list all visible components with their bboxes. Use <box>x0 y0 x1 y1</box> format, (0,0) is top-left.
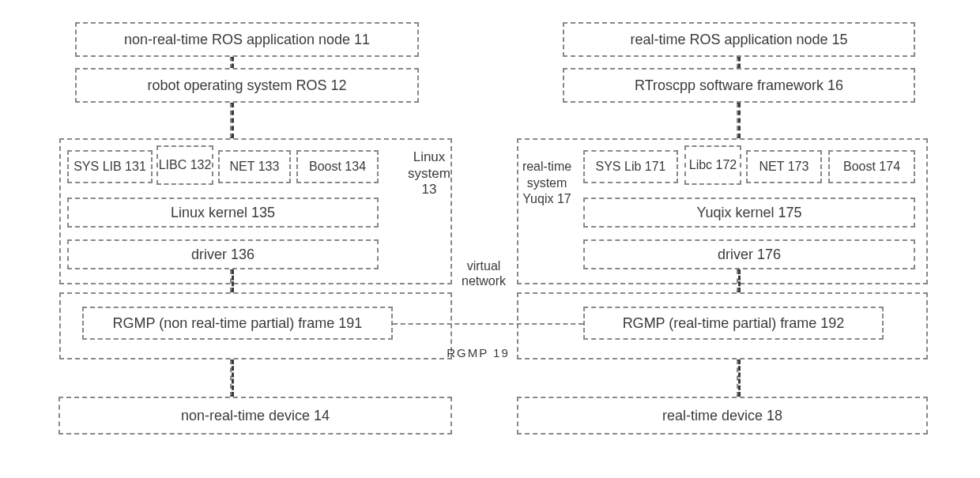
left-rgmp-frame: RGMP (non real-time partial) frame 191 <box>82 307 393 340</box>
right-syslib: SYS Lib 171 <box>583 150 678 183</box>
right-device: real-time device 18 <box>517 397 928 435</box>
right-net: NET 173 <box>746 150 822 183</box>
connector <box>230 103 234 138</box>
left-libc: LIBC 132 <box>156 145 213 185</box>
connector <box>737 269 741 292</box>
left-boost: Boost 134 <box>296 150 379 183</box>
left-driver: driver 136 <box>67 239 379 269</box>
right-boost: Boost 174 <box>828 150 915 183</box>
right-rgmp-frame: RGMP (real-time partial) frame 192 <box>583 307 884 340</box>
left-ros: robot operating system ROS 12 <box>75 68 419 103</box>
right-libc: Libc 172 <box>684 145 741 185</box>
connector <box>737 359 741 397</box>
right-driver: driver 176 <box>583 239 915 269</box>
connector <box>230 269 234 292</box>
rgmp-label: RGMP 19 <box>443 343 514 362</box>
right-app-node: real-time ROS application node 15 <box>563 22 915 57</box>
left-net: NET 133 <box>218 150 291 183</box>
left-kernel: Linux kernel 135 <box>67 198 379 228</box>
left-app-node: non-real-time ROS application node 11 <box>75 22 419 57</box>
right-framework: RTroscpp software framework 16 <box>563 68 915 103</box>
connector <box>230 57 234 68</box>
connector <box>737 57 741 68</box>
connector <box>737 103 741 138</box>
left-syslib: SYS LIB 131 <box>67 150 153 183</box>
linux-system-label: Linux system 13 <box>401 150 457 198</box>
yuqix-system-label: real-time system Yuqix 17 <box>518 144 575 223</box>
virtual-network-label: virtual network <box>450 255 517 292</box>
right-kernel: Yuqix kernel 175 <box>583 198 915 228</box>
virtual-network-link <box>393 323 583 325</box>
left-device: non-real-time device 14 <box>58 397 452 435</box>
connector <box>230 359 234 397</box>
